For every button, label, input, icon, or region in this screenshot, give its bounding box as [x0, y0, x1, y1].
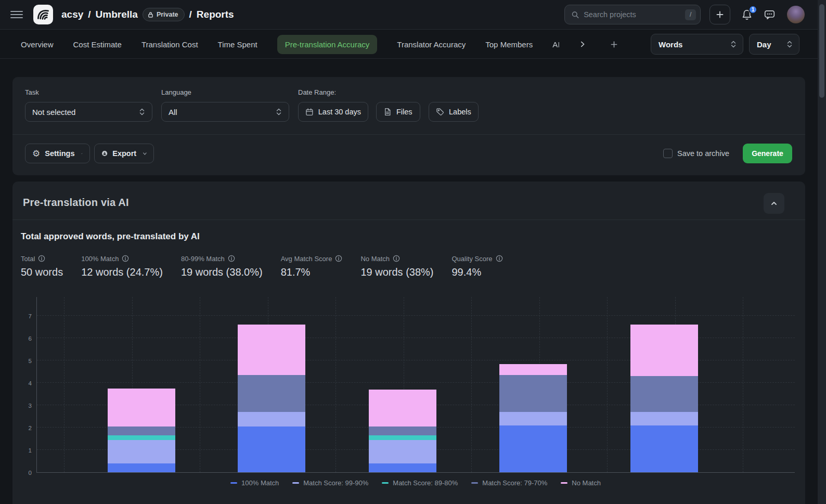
breadcrumb-org[interactable]: acsy [61, 9, 83, 20]
stat-value: 19 words (38%) [360, 266, 433, 278]
select-arrows-icon [276, 108, 282, 116]
file-icon [383, 108, 392, 116]
bar-segment-100-match [369, 463, 436, 472]
unit-select[interactable]: Words [651, 34, 743, 55]
y-axis-tick-label: 0 [15, 470, 32, 476]
download-icon [101, 149, 108, 158]
stat-value: 12 words (24.7%) [81, 266, 163, 278]
legend-dash-icon [471, 482, 478, 484]
gridline-vertical [335, 297, 336, 472]
legend-item-match-score-99-90[interactable]: Match Score: 99-90% [292, 479, 368, 487]
tag-icon [436, 108, 444, 116]
legend-label: Match Score: 79-70% [482, 479, 547, 487]
calendar-icon [305, 108, 314, 117]
tab-time-spent[interactable]: Time Spent [218, 40, 257, 49]
legend-item-match-score-79-70[interactable]: Match Score: 79-70% [471, 479, 547, 487]
settings-button[interactable]: ⚙ Settings [25, 144, 90, 163]
info-icon[interactable] [393, 255, 400, 262]
gridline-vertical [743, 297, 743, 472]
stat-value: 19 words (38.0%) [181, 266, 263, 278]
save-to-archive-label[interactable]: Save to archive [677, 149, 729, 158]
bar-segment-100-match [499, 425, 567, 472]
stat-label: 80-99% Match [181, 255, 225, 263]
bar-segment-match-score-79-70 [630, 376, 698, 412]
bar-segment-match-score-79-70 [369, 427, 436, 435]
legend-dash-icon [561, 482, 567, 484]
caret-down-icon [143, 152, 147, 156]
period-select[interactable]: Day [749, 34, 799, 55]
bar-segment-100-match [108, 463, 175, 472]
collapse-section-button[interactable] [764, 193, 784, 214]
stat-value: 99.4% [451, 266, 502, 278]
messages-button[interactable] [764, 9, 776, 20]
labels-filter-button[interactable]: Labels [429, 102, 479, 122]
tabs-scroll-right-button[interactable] [577, 38, 588, 50]
info-icon[interactable] [38, 255, 45, 262]
tab-pre-translation-accuracy[interactable]: Pre-translation Accuracy [277, 35, 378, 54]
select-arrows-icon [786, 40, 793, 48]
breadcrumb-page[interactable]: Reports [197, 9, 234, 20]
chart-plot: 01234567 [36, 297, 795, 473]
unit-select-value: Words [659, 40, 682, 49]
bar-segment-100-match [630, 425, 698, 472]
files-filter-label: Files [396, 108, 412, 116]
plus-icon [610, 41, 618, 48]
task-select[interactable]: Not selected [25, 102, 152, 122]
legend-item-match-score-89-80[interactable]: Match Score: 89-80% [382, 479, 458, 487]
export-button[interactable]: Export [94, 144, 154, 163]
bar-segment-match-score-89-80 [369, 435, 436, 440]
info-icon[interactable] [496, 255, 503, 262]
breadcrumb-separator: / [189, 9, 192, 20]
y-axis-tick-label: 4 [15, 380, 32, 386]
chat-icon [764, 9, 776, 20]
date-range-label: Date Range: [298, 88, 336, 96]
tab-translation-cost[interactable]: Translation Cost [141, 40, 198, 49]
bar-segment-match-score-89-80 [108, 435, 175, 440]
tab-top-members[interactable]: Top Members [485, 40, 533, 49]
tab-overview[interactable]: Overview [21, 40, 54, 49]
report-section-title: Pre-translation via AI [23, 197, 129, 209]
save-to-archive-field: Save to archive [663, 149, 729, 158]
tab-ai[interactable]: AI [552, 40, 566, 49]
info-icon[interactable] [122, 255, 129, 262]
legend-item-100-match[interactable]: 100% Match [230, 479, 279, 487]
save-to-archive-checkbox[interactable] [663, 149, 673, 158]
stat-value: 50 words [21, 266, 63, 278]
gridline-vertical [471, 297, 472, 472]
generate-button[interactable]: Generate [743, 144, 792, 163]
files-filter-button[interactable]: Files [376, 102, 420, 122]
legend-item-no-match[interactable]: No Match [561, 479, 601, 487]
stat-quality-score: Quality Score 99.4% [451, 254, 502, 278]
settings-button-label: Settings [45, 149, 74, 158]
language-select-value: All [169, 108, 177, 117]
info-icon[interactable] [335, 255, 342, 262]
date-range-button[interactable]: Last 30 days [298, 102, 368, 122]
info-icon[interactable] [228, 255, 235, 262]
user-avatar[interactable] [787, 6, 805, 23]
gear-icon: ⚙ [32, 149, 40, 158]
scrollbar-track[interactable] [818, 0, 826, 504]
scrollbar-thumb[interactable] [819, 4, 824, 98]
bar-segment-match-score-99-90 [238, 412, 305, 427]
search-input[interactable] [584, 10, 681, 19]
hamburger-menu-icon[interactable] [10, 8, 23, 21]
language-select[interactable]: All [161, 102, 289, 122]
create-project-button[interactable] [709, 5, 730, 24]
stat-no-match: No Match 19 words (38%) [360, 254, 433, 278]
breadcrumb-project[interactable]: Umbrella [96, 9, 138, 20]
bar-stack [630, 297, 698, 472]
legend-dash-icon [292, 482, 299, 484]
tab-cost-estimate[interactable]: Cost Estimate [73, 40, 122, 49]
add-report-tab-button[interactable] [608, 38, 620, 50]
pre-translation-report-card: Pre-translation via AI Total approved wo… [12, 182, 805, 504]
stat-label: 100% Match [81, 255, 119, 263]
bar-segment-match-score-79-70 [108, 427, 175, 435]
bar-stack [369, 297, 436, 472]
bar-segment-no-match [108, 389, 175, 427]
chevron-up-icon [770, 199, 778, 208]
tab-translator-accuracy[interactable]: Translator Accuracy [397, 40, 466, 49]
app-logo[interactable] [33, 5, 53, 24]
search-box: / [564, 5, 701, 24]
notifications-button[interactable]: 1 [741, 9, 753, 20]
bar-segment-no-match [499, 364, 567, 375]
